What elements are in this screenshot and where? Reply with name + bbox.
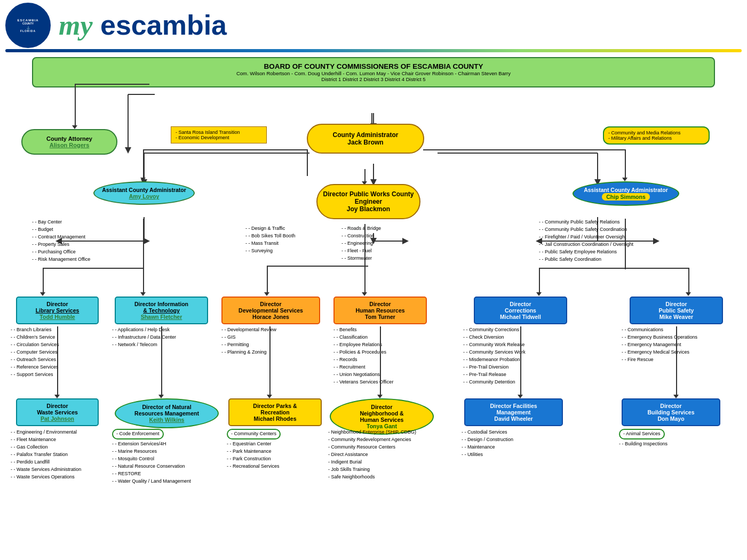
corr-i8: - Community Detention: [463, 379, 570, 386]
dev-i2: - GIS: [221, 334, 320, 341]
hline-dir-lib-it: [43, 268, 144, 269]
pw-r2: - Construction: [341, 233, 419, 240]
corr-i3: - Community Work Release: [463, 341, 570, 349]
dir-dev-title: Director: [228, 301, 314, 307]
nbhd-i1: Neighborhood Enterprise (SHIP, CDBG): [328, 429, 446, 436]
ws-i3: - Gas Collection: [11, 444, 109, 451]
al-item-5: - Purchasing Office: [32, 249, 131, 256]
county-admin-box: County Administrator Jack Brown: [307, 124, 424, 154]
dir-dev-services-box: Director Developmental Services Horace J…: [221, 297, 320, 324]
dir-hr-title: Director: [340, 301, 420, 307]
vline-corr-down: [520, 326, 521, 396]
ar-item-6: - Public Safety Coordination: [539, 256, 667, 263]
dir-bldg-dept: Building Services: [628, 409, 714, 415]
dir-parks-name: Michael Rhodes: [235, 415, 315, 422]
esc-text: escambia: [93, 10, 227, 41]
dir-public-safety-box: Director Public Safety Mike Weaver: [630, 297, 723, 324]
dir-dev-items: - Developmental Review - GIS - Permittin…: [221, 326, 320, 356]
dir-nbhd-items: Neighborhood Enterprise (SHIP, CDBG) Com…: [328, 429, 446, 481]
county-attorney-title: County Attorney: [27, 135, 112, 142]
ws-i7: - Waste Services Operations: [11, 474, 109, 481]
pw-r3: - Engineering: [341, 240, 419, 247]
arrowhead-ps-down: [673, 395, 679, 398]
hline-asst-right-h: [423, 149, 626, 150]
header-banner: [5, 49, 742, 52]
dev-i4: - Planning & Zoning: [221, 349, 320, 356]
fac-i4: - Utilities: [462, 451, 568, 459]
nbhd-i6: Job Skills Training: [328, 466, 446, 474]
corr-i4: - Community Services Work: [463, 349, 570, 356]
dir-nat-name: Keith Wilkins: [123, 417, 210, 423]
dir-fac-items: - Custodial Services - Design / Construc…: [462, 429, 568, 459]
dir-corr-items: - Community Corrections - Check Diversio…: [463, 326, 570, 386]
ps-i3: - Emergency Management: [622, 341, 734, 349]
corr-i1: - Community Corrections: [463, 326, 570, 334]
al-item-2: - Budget: [32, 226, 131, 234]
asst-admin-right-name: Chip Simmons: [602, 193, 650, 201]
vline-pw-down: [364, 224, 365, 267]
board-title: BOARD OF COUNTY COMMISSIONERS OF ESCAMBI…: [41, 62, 706, 70]
lib-i1: - Branch Libraries: [11, 326, 107, 334]
parks-i2: - Equestrian Center: [227, 441, 325, 448]
dir-waste-items: - Engineering / Environmental - Fleet Ma…: [11, 429, 109, 481]
nat-i2: - Extension Services/4H: [112, 441, 224, 448]
nat-i5: - Natural Resource Conservation: [112, 463, 224, 470]
hr-i6: - Recruitment: [333, 364, 432, 371]
nat-i6: - RESTORE: [112, 470, 224, 478]
arrowhead-dir-dev: [264, 292, 269, 296]
dir-bldg-title: Director: [628, 403, 714, 409]
board-districts: District 1 District 2 District 3 Distric…: [41, 76, 706, 82]
ar-item-1: - Community Public Safety Relations: [539, 219, 667, 226]
dir-ps-title: Director: [636, 301, 717, 307]
arrow-board-admin: [371, 113, 372, 125]
dir-library-name: Todd Humble: [22, 314, 92, 320]
ws-i4: - Palafox Transfer Station: [11, 451, 109, 459]
asst-right-items: - Community Public Safety Relations - Co…: [539, 219, 667, 263]
asst-admin-left-name: Amy Lovoy: [102, 193, 186, 199]
vline-dir-hr: [364, 266, 365, 293]
vline-asst-left: [143, 149, 144, 179]
dir-public-works-name: Joy Blackmon: [322, 205, 415, 213]
ws-i5: - Perdido Landfill: [11, 459, 109, 466]
dir-hr-name: Tom Turner: [340, 314, 420, 320]
corr-i2: - Check Diversion: [463, 334, 570, 341]
ar-item-5: - Public Safety Employee Relations: [539, 249, 667, 256]
pw-r4: - Fleet - Fuel: [341, 247, 419, 255]
ar-item-3: - Firefighter / Paid / Volunteer Oversig…: [539, 234, 667, 241]
vline-ps-down: [676, 326, 677, 396]
pw-items-left: - Design & Traffic - Bob Sikes Toll Boot…: [245, 225, 336, 255]
vline-dev-down: [269, 326, 271, 396]
pw-l1: - Design & Traffic: [245, 225, 336, 233]
dir-ps-dept: Public Safety: [636, 307, 717, 314]
nat-i3: - Marine Resources: [112, 448, 224, 455]
arrowhead-attorney: [72, 125, 77, 129]
dir-waste-name: Pat Johnson: [22, 415, 92, 422]
dir-parks-dept: Recreation: [235, 409, 315, 415]
pw-l2: - Bob Sikes Toll Booth: [245, 233, 336, 240]
lib-i3: - Circulation Services: [11, 341, 107, 349]
vline-asst-right: [625, 149, 626, 179]
dev-i1: - Developmental Review: [221, 326, 320, 334]
al-item-4: - Property Sales: [32, 241, 131, 249]
dir-library-dept: Library Services: [22, 307, 92, 314]
dir-parks-title: Director Parks &: [235, 403, 315, 409]
nbhd-i5: Indigent Burial: [328, 459, 446, 466]
county-attorney-name: Alison Rogers: [27, 142, 112, 148]
al-item-6: - Risk Management Office: [32, 256, 131, 263]
vline-dir-lib: [43, 268, 44, 293]
asst-admin-left-box: Assistant County Administrator Amy Lovoy: [93, 181, 195, 205]
ps-i1: - Communications: [622, 326, 734, 334]
hr-i1: - Benefits: [333, 326, 432, 334]
dir-nat-dept: Resources Management: [123, 410, 210, 417]
nbhd-i4: Direct Assistance: [328, 451, 446, 459]
nat-i4: - Mosquito Control: [112, 455, 224, 463]
al-item-3: - Contract Management: [32, 234, 131, 241]
dir-library-box: Director Library Services Todd Humble: [16, 297, 99, 324]
dir-natural-items: Code Enforcement - Extension Services/4H…: [112, 429, 224, 485]
county-admin-title: County Administrator: [314, 131, 417, 139]
pw-r5: - Stormwater: [341, 255, 419, 262]
fac-i1: - Custodial Services: [462, 429, 568, 436]
hline-pw-dev-hr: [267, 266, 368, 267]
dir-waste-title: Director: [22, 403, 92, 409]
lib-i7: - Support Services: [11, 371, 107, 379]
